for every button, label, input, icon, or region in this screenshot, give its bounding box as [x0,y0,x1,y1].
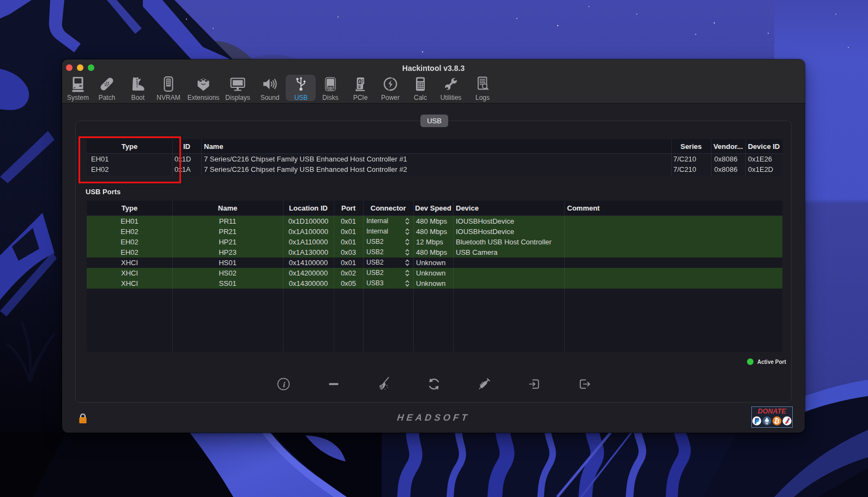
svg-text:i: i [283,380,286,389]
